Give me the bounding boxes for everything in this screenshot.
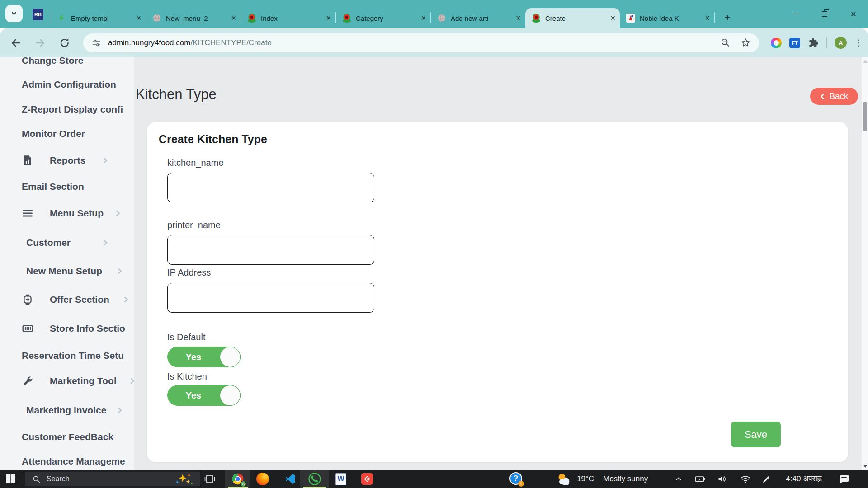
sidebar-item-reports[interactable]: Reports xyxy=(0,153,134,168)
search-placeholder: Search xyxy=(47,475,70,483)
is-kitchen-toggle[interactable]: Yes xyxy=(167,385,241,406)
back-icon[interactable] xyxy=(10,37,22,49)
sidebar-item-customer-feedback[interactable]: Customer FeedBack xyxy=(0,429,134,445)
sidebar-item-z-report[interactable]: Z-Report Display confi xyxy=(0,102,134,117)
taskbar-help-button[interactable]: ? i xyxy=(509,472,523,486)
taskbar-firefox-button[interactable] xyxy=(256,473,269,485)
tab-search-button[interactable] xyxy=(5,5,23,22)
forward-icon[interactable] xyxy=(34,37,46,49)
chevron-right-icon xyxy=(114,209,122,217)
page-scrollbar[interactable] xyxy=(862,57,868,470)
sidebar-item-offer-section[interactable]: Offer Section xyxy=(0,292,134,307)
tab-category[interactable]: Category × xyxy=(336,8,430,28)
task-view-icon xyxy=(204,474,216,484)
notification-center-button[interactable] xyxy=(838,474,850,484)
tab-close-icon[interactable]: × xyxy=(326,14,331,22)
taskbar-vscode-button[interactable] xyxy=(284,473,297,485)
task-view-button[interactable] xyxy=(203,473,217,485)
weather-condition[interactable]: Mostly sunny xyxy=(603,470,648,488)
tab-close-icon[interactable]: × xyxy=(705,14,710,22)
save-button[interactable]: Save xyxy=(731,422,781,447)
sidebar-item-menu-setup[interactable]: Menu Setup xyxy=(0,206,134,221)
sidebar-item-monitor-order[interactable]: Monitor Order xyxy=(0,126,134,141)
weather-sun-cloud-icon xyxy=(557,472,571,486)
window-restore-button[interactable] xyxy=(810,0,839,28)
tab-close-icon[interactable]: × xyxy=(136,14,141,22)
address-bar[interactable]: admin.hungry4food.com/KITCHENTYPE/Create xyxy=(83,33,759,52)
ft-extension-icon[interactable]: FT xyxy=(789,38,800,48)
taskbar-word-button[interactable]: W xyxy=(335,473,347,485)
tab-close-icon[interactable]: × xyxy=(610,14,615,22)
battery-tray-icon[interactable] xyxy=(694,474,706,484)
vscode-icon xyxy=(284,473,296,485)
taskbar-chrome-button[interactable]: A xyxy=(225,470,250,488)
sidebar-item-label: Marketing Invoice xyxy=(26,405,106,416)
sidebar-item-label: Reports xyxy=(50,155,85,166)
back-button[interactable]: Back xyxy=(810,88,858,105)
weather-button[interactable] xyxy=(556,472,571,486)
sidebar-item-reservation-time-setup[interactable]: Reservation Time Setu xyxy=(0,348,134,363)
sidebar-item-store-info-section[interactable]: Store Info Sectio xyxy=(0,321,134,336)
start-button[interactable] xyxy=(5,473,17,485)
tab-index[interactable]: Index × xyxy=(241,8,335,28)
sidebar-item-marketing-tool[interactable]: Marketing Tool xyxy=(0,373,134,389)
taskbar-whatsapp-button[interactable] xyxy=(300,470,329,488)
sidebar-item-marketing-invoice[interactable]: Marketing Invoice xyxy=(0,403,134,418)
site-settings-icon[interactable] xyxy=(91,38,101,48)
bookmark-star-icon[interactable] xyxy=(741,38,751,48)
watch-arrow-icon xyxy=(22,294,33,305)
zoom-icon[interactable] xyxy=(720,38,731,48)
sidebar-item-customer[interactable]: Customer xyxy=(0,235,134,250)
window-minimize-button[interactable] xyxy=(781,0,810,28)
pinned-tab-rb-icon[interactable]: RB xyxy=(33,9,43,20)
new-tab-button[interactable]: + xyxy=(720,10,735,25)
sidebar-item-attendance-management[interactable]: Attendance Manageme xyxy=(0,454,134,469)
tab-close-icon[interactable]: × xyxy=(421,14,426,22)
scrollbar-thumb[interactable] xyxy=(863,102,867,131)
printer-name-input[interactable] xyxy=(167,235,374,265)
sidebar-item-label: Email Section xyxy=(22,181,84,192)
scroll-up-arrow-icon[interactable] xyxy=(863,60,868,63)
noble-idea-logo-icon xyxy=(626,14,635,23)
tab-close-icon[interactable]: × xyxy=(516,14,521,22)
copilot-sparkle-icon xyxy=(169,473,194,486)
toggle-knob xyxy=(220,385,241,406)
tab-empty-template[interactable]: Empty templ × xyxy=(51,8,146,28)
sidebar-item-email-section[interactable]: Email Section xyxy=(0,179,134,194)
clock[interactable]: 4:40 अपराह्न xyxy=(780,470,827,488)
hungry4food-logo-icon xyxy=(532,14,541,23)
sidebar-item-label: New Menu Setup xyxy=(26,266,102,277)
pen-tray-icon[interactable] xyxy=(762,474,772,484)
scroll-down-arrow-icon[interactable] xyxy=(863,465,868,468)
reload-icon[interactable] xyxy=(59,37,71,49)
sidebar-item-admin-configuration[interactable]: Admin Configuration xyxy=(0,77,134,92)
taskbar-search-box[interactable]: Search xyxy=(25,472,200,486)
chevron-down-icon xyxy=(10,10,18,17)
close-icon: × xyxy=(851,9,856,19)
tab-new-menu[interactable]: New_menu_2 × xyxy=(146,8,241,28)
kitchen-name-input[interactable] xyxy=(167,173,374,202)
ip-address-input[interactable] xyxy=(167,283,374,313)
browser-menu-icon[interactable]: ⋮ xyxy=(854,38,861,48)
tab-title: Add new arti xyxy=(451,14,512,22)
tray-expand-button[interactable] xyxy=(674,474,684,483)
sidebar-item-change-store[interactable]: Change Store xyxy=(0,57,134,68)
window-close-button[interactable]: × xyxy=(839,0,868,28)
tab-close-icon[interactable]: × xyxy=(231,14,236,22)
extensions-puzzle-icon[interactable] xyxy=(808,38,819,48)
tab-add-new-article[interactable]: Add new arti × xyxy=(431,8,525,28)
sidebar-item-label: Attendance Manageme xyxy=(22,456,125,467)
is-default-toggle[interactable]: Yes xyxy=(167,347,241,367)
tab-noble-idea[interactable]: Noble Idea K × xyxy=(620,8,714,28)
tab-create-active[interactable]: Create × xyxy=(525,8,620,28)
wifi-tray-icon[interactable] xyxy=(740,474,751,484)
browser-tab-bar: RB Empty templ × New_menu_2 × Index × Ca… xyxy=(0,0,868,28)
color-wheel-extension-icon[interactable] xyxy=(771,38,782,48)
volume-tray-icon[interactable] xyxy=(717,474,728,484)
weather-temperature[interactable]: 19°C xyxy=(577,470,594,488)
is-default-label: Is Default xyxy=(167,332,205,343)
taskbar-red-app-button[interactable] xyxy=(361,473,373,485)
profile-avatar[interactable]: A xyxy=(835,37,847,49)
sidebar-item-new-menu-setup[interactable]: New Menu Setup xyxy=(0,263,134,279)
is-kitchen-label: Is Kitchen xyxy=(167,371,207,382)
